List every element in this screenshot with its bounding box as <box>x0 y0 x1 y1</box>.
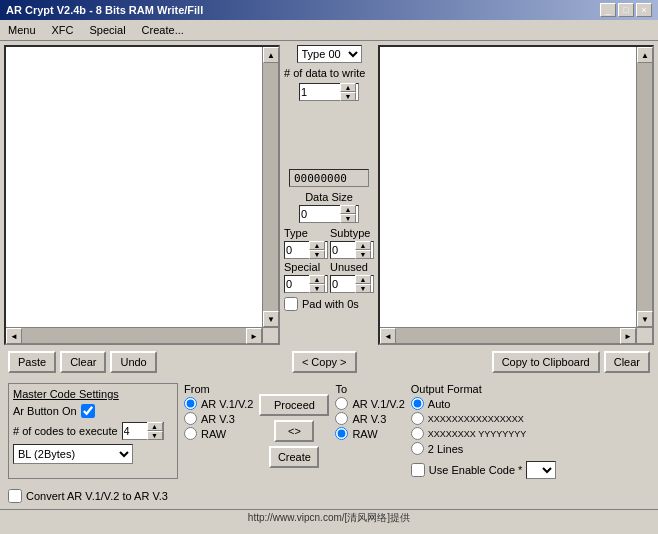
left-scrollbar-v: ▲ ▼ <box>262 47 278 327</box>
out-opt1[interactable]: XXXXXXXXXXXXXXXX <box>411 412 557 425</box>
master-code-panel: Master Code Settings Ar Button On # of c… <box>8 383 178 479</box>
r-scroll-down-btn[interactable]: ▼ <box>637 311 653 327</box>
from-raw-radio[interactable] <box>184 427 197 440</box>
pad-label: Pad with 0s <box>302 298 359 310</box>
subtype-spinner: ▲ ▼ <box>330 241 374 259</box>
clear-left-button[interactable]: Clear <box>60 351 106 373</box>
r-scroll-up-btn[interactable]: ▲ <box>637 47 653 63</box>
use-enable-select[interactable] <box>526 461 556 479</box>
nc-down[interactable]: ▼ <box>147 431 163 440</box>
special-down[interactable]: ▼ <box>309 284 325 293</box>
create-button[interactable]: Create <box>269 446 319 468</box>
scroll-up-btn[interactable]: ▲ <box>263 47 279 63</box>
out-auto[interactable]: Auto <box>411 397 557 410</box>
num-codes-input[interactable]: 4 <box>123 424 147 438</box>
to-raw-radio[interactable] <box>335 427 348 440</box>
from-radio-group: AR V.1/V.2 AR V.3 RAW <box>184 397 253 440</box>
out-opt2[interactable]: XXXXXXXX YYYYYYYY <box>411 427 557 440</box>
special-input[interactable] <box>285 277 309 291</box>
title-text: AR Crypt V2.4b - 8 Bits RAM Write/Fill <box>6 4 203 16</box>
to-raw[interactable]: RAW <box>335 427 404 440</box>
unused-up[interactable]: ▲ <box>355 275 371 284</box>
to-arv12-radio[interactable] <box>335 397 348 410</box>
to-raw-label: RAW <box>352 428 377 440</box>
menu-item-xfc[interactable]: XFC <box>48 22 78 38</box>
copy-button[interactable]: < Copy > <box>292 351 357 373</box>
special-spin-btns: ▲ ▼ <box>309 275 325 293</box>
spin-down[interactable]: ▼ <box>340 92 356 101</box>
main-content: ▲ ▼ ◄ ► Type 00 # of data to write <box>0 41 658 509</box>
from-arv3[interactable]: AR V.3 <box>184 412 253 425</box>
from-label: From <box>184 383 253 395</box>
type-up[interactable]: ▲ <box>309 241 325 250</box>
ds-spin-down[interactable]: ▼ <box>340 214 356 223</box>
scroll-down-btn[interactable]: ▼ <box>263 311 279 327</box>
ar-button-label: Ar Button On <box>13 405 77 417</box>
convert-checkbox[interactable] <box>8 489 22 503</box>
from-raw-label: RAW <box>201 428 226 440</box>
r-scroll-right-btn[interactable]: ► <box>620 328 636 344</box>
unused-label: Unused <box>330 261 374 273</box>
from-raw[interactable]: RAW <box>184 427 253 440</box>
from-arv12[interactable]: AR V.1/V.2 <box>184 397 253 410</box>
out-auto-radio[interactable] <box>411 397 424 410</box>
num-data-input[interactable] <box>300 85 340 99</box>
spin-up[interactable]: ▲ <box>340 83 356 92</box>
from-arv12-radio[interactable] <box>184 397 197 410</box>
unused-input[interactable] <box>331 277 355 291</box>
ar-button-checkbox[interactable] <box>81 404 95 418</box>
out-opt1-radio[interactable] <box>411 412 424 425</box>
clear-right-button[interactable]: Clear <box>604 351 650 373</box>
out-2lines-label: 2 Lines <box>428 443 463 455</box>
ds-spin-up[interactable]: ▲ <box>340 205 356 214</box>
bl-dropdown[interactable]: BL (2Bytes) <box>13 444 133 464</box>
close-button[interactable]: × <box>636 3 652 17</box>
arrow-button[interactable]: <> <box>274 420 314 442</box>
data-size-label: Data Size <box>305 191 353 203</box>
subtype-input[interactable] <box>331 243 355 257</box>
scroll-left-btn[interactable]: ◄ <box>6 328 22 344</box>
minimize-button[interactable]: _ <box>600 3 616 17</box>
subtype-up[interactable]: ▲ <box>355 241 371 250</box>
nc-up[interactable]: ▲ <box>147 422 163 431</box>
from-arv3-radio[interactable] <box>184 412 197 425</box>
from-to-panel: From AR V.1/V.2 AR V.3 RAW <box>184 383 253 479</box>
pad-checkbox[interactable] <box>284 297 298 311</box>
r-scroll-left-btn[interactable]: ◄ <box>380 328 396 344</box>
use-enable-checkbox[interactable] <box>411 463 425 477</box>
copy-clipboard-button[interactable]: Copy to Clipboard <box>492 351 600 373</box>
to-arv3[interactable]: AR V.3 <box>335 412 404 425</box>
to-arv3-radio[interactable] <box>335 412 348 425</box>
scroll-right-btn[interactable]: ► <box>246 328 262 344</box>
from-arv3-label: AR V.3 <box>201 413 235 425</box>
proceed-button[interactable]: Proceed <box>259 394 329 416</box>
master-code-title[interactable]: Master Code Settings <box>13 388 173 400</box>
out-opt2-radio[interactable] <box>411 427 424 440</box>
from-section: From AR V.1/V.2 AR V.3 RAW <box>184 383 253 440</box>
data-size-input[interactable] <box>300 207 340 221</box>
left-scrollbar-h: ◄ ► <box>6 327 262 343</box>
undo-button[interactable]: Undo <box>110 351 156 373</box>
special-up[interactable]: ▲ <box>309 275 325 284</box>
num-codes-row: # of codes to execute 4 ▲ ▼ <box>13 422 173 440</box>
left-panel: ▲ ▼ ◄ ► <box>4 45 280 345</box>
menu-item-menu[interactable]: Menu <box>4 22 40 38</box>
type-input[interactable] <box>285 243 309 257</box>
type-select[interactable]: Type 00 <box>297 45 362 63</box>
unused-down[interactable]: ▼ <box>355 284 371 293</box>
maximize-button[interactable]: □ <box>618 3 634 17</box>
footer-bar: http://www.vipcn.com/[清风网络]提供 <box>0 509 658 526</box>
output-format-label: Output Format <box>411 383 557 395</box>
type-down[interactable]: ▼ <box>309 250 325 259</box>
type-spin-btns: ▲ ▼ <box>309 241 325 259</box>
menu-item-create[interactable]: Create... <box>138 22 188 38</box>
left-textarea[interactable] <box>6 47 262 343</box>
top-section: ▲ ▼ ◄ ► Type 00 # of data to write <box>4 45 654 345</box>
out-2lines-radio[interactable] <box>411 442 424 455</box>
menu-item-special[interactable]: Special <box>86 22 130 38</box>
paste-button[interactable]: Paste <box>8 351 56 373</box>
subtype-down[interactable]: ▼ <box>355 250 371 259</box>
out-2lines[interactable]: 2 Lines <box>411 442 557 455</box>
to-arv12[interactable]: AR V.1/V.2 <box>335 397 404 410</box>
right-textarea[interactable] <box>380 47 636 343</box>
